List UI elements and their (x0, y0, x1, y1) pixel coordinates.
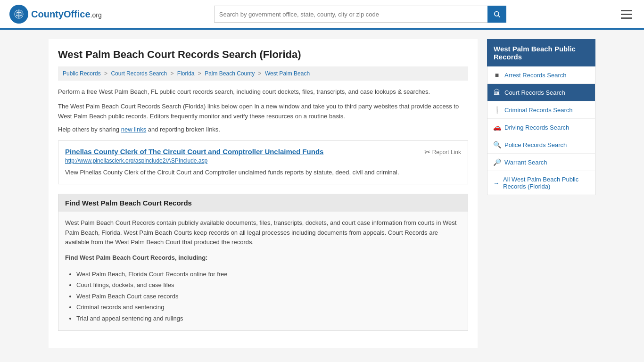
find-section-body: West Palm Beach Court Records contain pu… (58, 212, 468, 330)
breadcrumb-link[interactable]: Florida (177, 70, 195, 77)
sidebar-item-driving-records-search[interactable]: 🚗Driving Records Search (487, 119, 595, 136)
link-card-description: View Pinellas County Clerk of the Circui… (65, 168, 461, 177)
search-input[interactable] (214, 6, 487, 23)
menu-bar (621, 14, 632, 15)
list-item: Trial and appeal sentencing and rulings (76, 313, 461, 324)
sidebar-icon: 🚗 (493, 123, 501, 131)
sidebar-item-label: Police Records Search (504, 141, 567, 148)
sidebar-item-label: Arrest Records Search (504, 72, 567, 79)
logo-icon (9, 5, 28, 24)
svg-line-4 (498, 16, 500, 17)
report-icon: ✂ (424, 148, 430, 156)
sidebar-icon: 🔎 (493, 158, 501, 166)
breadcrumb-link[interactable]: Palm Beach County (205, 70, 255, 77)
sidebar-item-arrest-records-search[interactable]: ■Arrest Records Search (487, 66, 595, 84)
arrow-icon: → (493, 180, 499, 187)
find-list-title: Find West Palm Beach Court Records, incl… (65, 253, 461, 263)
link-card-url[interactable]: http://www.pinellasclerk.org/aspInclude2… (65, 157, 461, 164)
description-1: Perform a free West Palm Beach, FL publi… (58, 87, 468, 97)
search-button[interactable] (487, 6, 506, 23)
search-icon (493, 10, 501, 18)
new-links-link[interactable]: new links (121, 126, 146, 133)
hamburger-menu-button[interactable] (619, 8, 635, 21)
find-list: West Palm Beach, Florida Court Records o… (65, 269, 461, 324)
sidebar-item-label: Criminal Records Search (504, 107, 573, 114)
sidebar-header: West Palm Beach Public Records (487, 39, 595, 66)
sidebar-icon: ■ (493, 71, 501, 79)
report-link-button[interactable]: ✂ Report Link (424, 148, 461, 156)
sidebar-item-label: Warrant Search (504, 159, 547, 166)
sidebar-item-warrant-search[interactable]: 🔎Warrant Search (487, 154, 595, 171)
sidebar-item-label: Driving Records Search (504, 124, 569, 131)
sidebar: West Palm Beach Public Records ■Arrest R… (487, 39, 595, 348)
link-card: Pinellas County Clerk of The Circuit Cou… (58, 140, 468, 184)
sidebar-icon: ❕ (493, 106, 501, 114)
main-content: West Palm Beach Court Records Search (Fl… (49, 39, 478, 348)
breadcrumb-link[interactable]: Public Records (63, 70, 101, 77)
help-text: Help others by sharing new links and rep… (58, 126, 468, 133)
description-2: The West Palm Beach Court Records Search… (58, 102, 468, 122)
link-card-title[interactable]: Pinellas County Clerk of The Circuit Cou… (65, 148, 323, 156)
breadcrumb-separator: > (104, 70, 109, 77)
list-item: Court filings, dockets, and case files (76, 280, 461, 290)
breadcrumb-separator: > (170, 70, 175, 77)
sidebar-icon: 🔍 (493, 141, 501, 148)
svg-point-3 (495, 12, 499, 16)
logo-text: CountyOffice.org (31, 9, 102, 20)
breadcrumb-separator: > (258, 70, 263, 77)
breadcrumb-link[interactable]: West Palm Beach (265, 70, 310, 77)
sidebar-all-records-link[interactable]: → All West Palm Beach Public Records (Fl… (487, 171, 595, 195)
site-header: CountyOffice.org (0, 0, 644, 30)
list-item: Criminal records and sentencing (76, 302, 461, 313)
sidebar-icon: 🏛 (493, 89, 501, 96)
breadcrumb-link[interactable]: Court Records Search (111, 70, 167, 77)
search-bar (214, 6, 506, 23)
menu-bar (621, 10, 632, 11)
find-section: Find West Palm Beach Court Records West … (58, 194, 468, 331)
page-title: West Palm Beach Court Records Search (Fl… (58, 49, 468, 61)
list-item: West Palm Beach, Florida Court Records o… (76, 269, 461, 280)
list-item: West Palm Beach Court case records (76, 291, 461, 302)
breadcrumb-separator: > (198, 70, 203, 77)
sidebar-item-court-records-search[interactable]: 🏛Court Records Search (487, 84, 595, 101)
sidebar-nav: ■Arrest Records Search🏛Court Records Sea… (487, 66, 595, 195)
sidebar-item-label: Court Records Search (504, 89, 565, 96)
find-section-title: Find West Palm Beach Court Records (58, 194, 468, 212)
menu-bar (621, 17, 632, 19)
sidebar-item-police-records-search[interactable]: 🔍Police Records Search (487, 136, 595, 154)
logo-area: CountyOffice.org (9, 5, 102, 24)
find-section-text: West Palm Beach Court Records contain pu… (65, 218, 461, 247)
page-wrapper: West Palm Beach Court Records Search (Fl… (39, 30, 605, 357)
breadcrumb: Public Records > Court Records Search > … (58, 66, 468, 81)
sidebar-item-criminal-records-search[interactable]: ❕Criminal Records Search (487, 101, 595, 119)
